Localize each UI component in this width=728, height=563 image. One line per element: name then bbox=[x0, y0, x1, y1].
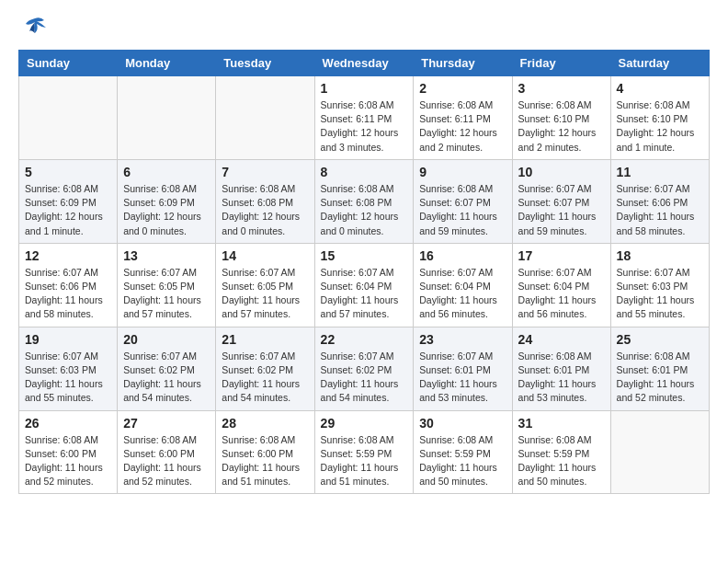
day-info: Sunrise: 6:08 AMSunset: 5:59 PMDaylight:… bbox=[419, 433, 506, 489]
calendar-cell: 28Sunrise: 6:08 AMSunset: 6:00 PMDayligh… bbox=[216, 410, 314, 494]
calendar-header-row: SundayMondayTuesdayWednesdayThursdayFrid… bbox=[19, 51, 710, 76]
calendar-cell: 14Sunrise: 6:07 AMSunset: 6:05 PMDayligh… bbox=[216, 243, 314, 327]
calendar-cell: 3Sunrise: 6:08 AMSunset: 6:10 PMDaylight… bbox=[512, 76, 610, 160]
day-number: 30 bbox=[419, 416, 506, 431]
day-info: Sunrise: 6:08 AMSunset: 6:09 PMDaylight:… bbox=[123, 182, 210, 238]
calendar-cell: 19Sunrise: 6:07 AMSunset: 6:03 PMDayligh… bbox=[19, 327, 118, 410]
calendar-cell: 2Sunrise: 6:08 AMSunset: 6:11 PMDaylight… bbox=[414, 76, 512, 160]
day-info: Sunrise: 6:08 AMSunset: 6:01 PMDaylight:… bbox=[617, 350, 703, 406]
day-info: Sunrise: 6:07 AMSunset: 6:03 PMDaylight:… bbox=[25, 350, 111, 406]
calendar-cell: 24Sunrise: 6:08 AMSunset: 6:01 PMDayligh… bbox=[512, 327, 610, 410]
day-number: 22 bbox=[321, 332, 408, 347]
day-info: Sunrise: 6:07 AMSunset: 6:04 PMDaylight:… bbox=[518, 266, 605, 322]
weekday-header-friday: Friday bbox=[512, 51, 610, 76]
calendar-cell: 10Sunrise: 6:07 AMSunset: 6:07 PMDayligh… bbox=[512, 159, 610, 243]
day-number: 28 bbox=[222, 416, 308, 431]
day-number: 24 bbox=[518, 332, 605, 347]
logo-bird-icon bbox=[18, 15, 48, 40]
day-info: Sunrise: 6:07 AMSunset: 6:07 PMDaylight:… bbox=[518, 182, 605, 238]
calendar-cell: 31Sunrise: 6:08 AMSunset: 5:59 PMDayligh… bbox=[512, 410, 610, 494]
day-info: Sunrise: 6:07 AMSunset: 6:06 PMDaylight:… bbox=[25, 266, 111, 322]
weekday-header-tuesday: Tuesday bbox=[216, 51, 314, 76]
calendar-cell bbox=[216, 76, 314, 160]
day-info: Sunrise: 6:08 AMSunset: 6:00 PMDaylight:… bbox=[25, 433, 111, 489]
calendar-cell: 8Sunrise: 6:08 AMSunset: 6:08 PMDaylight… bbox=[314, 159, 414, 243]
calendar-cell: 26Sunrise: 6:08 AMSunset: 6:00 PMDayligh… bbox=[19, 410, 118, 494]
calendar-cell: 7Sunrise: 6:08 AMSunset: 6:08 PMDaylight… bbox=[216, 159, 314, 243]
weekday-header-wednesday: Wednesday bbox=[314, 51, 414, 76]
day-number: 14 bbox=[222, 248, 308, 263]
calendar-cell: 11Sunrise: 6:07 AMSunset: 6:06 PMDayligh… bbox=[610, 159, 709, 243]
calendar-cell: 12Sunrise: 6:07 AMSunset: 6:06 PMDayligh… bbox=[19, 243, 118, 327]
day-info: Sunrise: 6:08 AMSunset: 6:11 PMDaylight:… bbox=[419, 98, 506, 155]
weekday-header-thursday: Thursday bbox=[414, 51, 512, 76]
day-info: Sunrise: 6:07 AMSunset: 6:06 PMDaylight:… bbox=[617, 182, 703, 238]
day-info: Sunrise: 6:08 AMSunset: 6:00 PMDaylight:… bbox=[222, 433, 308, 489]
calendar-cell: 18Sunrise: 6:07 AMSunset: 6:03 PMDayligh… bbox=[610, 243, 709, 327]
day-number: 8 bbox=[321, 165, 408, 179]
day-number: 25 bbox=[617, 332, 703, 347]
calendar-week-row: 19Sunrise: 6:07 AMSunset: 6:03 PMDayligh… bbox=[19, 327, 710, 410]
day-number: 29 bbox=[321, 416, 408, 431]
day-number: 2 bbox=[419, 81, 506, 96]
calendar-cell: 30Sunrise: 6:08 AMSunset: 5:59 PMDayligh… bbox=[414, 410, 512, 494]
calendar-cell: 5Sunrise: 6:08 AMSunset: 6:09 PMDaylight… bbox=[19, 159, 118, 243]
day-number: 23 bbox=[419, 332, 506, 347]
day-number: 4 bbox=[617, 81, 703, 96]
day-number: 17 bbox=[518, 248, 605, 263]
day-number: 16 bbox=[419, 248, 506, 263]
day-number: 18 bbox=[617, 248, 703, 263]
day-number: 20 bbox=[123, 332, 210, 347]
day-number: 6 bbox=[123, 165, 210, 179]
day-number: 19 bbox=[25, 332, 111, 347]
weekday-header-monday: Monday bbox=[118, 51, 216, 76]
calendar-cell: 20Sunrise: 6:07 AMSunset: 6:02 PMDayligh… bbox=[118, 327, 216, 410]
calendar-cell: 25Sunrise: 6:08 AMSunset: 6:01 PMDayligh… bbox=[610, 327, 709, 410]
calendar-cell: 9Sunrise: 6:08 AMSunset: 6:07 PMDaylight… bbox=[414, 159, 512, 243]
weekday-header-sunday: Sunday bbox=[19, 51, 118, 76]
day-info: Sunrise: 6:08 AMSunset: 6:09 PMDaylight:… bbox=[25, 182, 111, 238]
day-info: Sunrise: 6:07 AMSunset: 6:02 PMDaylight:… bbox=[123, 350, 210, 406]
day-info: Sunrise: 6:08 AMSunset: 6:07 PMDaylight:… bbox=[419, 182, 506, 238]
calendar-cell: 15Sunrise: 6:07 AMSunset: 6:04 PMDayligh… bbox=[314, 243, 414, 327]
logo bbox=[18, 15, 51, 40]
calendar-week-row: 26Sunrise: 6:08 AMSunset: 6:00 PMDayligh… bbox=[19, 410, 710, 494]
calendar-cell: 17Sunrise: 6:07 AMSunset: 6:04 PMDayligh… bbox=[512, 243, 610, 327]
day-number: 1 bbox=[321, 81, 408, 96]
day-number: 10 bbox=[518, 165, 605, 179]
calendar-cell: 29Sunrise: 6:08 AMSunset: 5:59 PMDayligh… bbox=[314, 410, 414, 494]
day-info: Sunrise: 6:08 AMSunset: 5:59 PMDaylight:… bbox=[321, 433, 408, 489]
day-info: Sunrise: 6:07 AMSunset: 6:02 PMDaylight:… bbox=[321, 350, 408, 406]
calendar-cell bbox=[118, 76, 216, 160]
day-info: Sunrise: 6:07 AMSunset: 6:04 PMDaylight:… bbox=[419, 266, 506, 322]
day-info: Sunrise: 6:08 AMSunset: 6:10 PMDaylight:… bbox=[518, 98, 605, 155]
day-info: Sunrise: 6:08 AMSunset: 6:00 PMDaylight:… bbox=[123, 433, 210, 489]
calendar-cell: 27Sunrise: 6:08 AMSunset: 6:00 PMDayligh… bbox=[118, 410, 216, 494]
day-number: 31 bbox=[518, 416, 605, 431]
day-info: Sunrise: 6:07 AMSunset: 6:04 PMDaylight:… bbox=[321, 266, 408, 322]
day-info: Sunrise: 6:07 AMSunset: 6:01 PMDaylight:… bbox=[419, 350, 506, 406]
day-info: Sunrise: 6:07 AMSunset: 6:05 PMDaylight:… bbox=[222, 266, 308, 322]
day-number: 9 bbox=[419, 165, 506, 179]
calendar-cell: 23Sunrise: 6:07 AMSunset: 6:01 PMDayligh… bbox=[414, 327, 512, 410]
calendar-week-row: 1Sunrise: 6:08 AMSunset: 6:11 PMDaylight… bbox=[19, 76, 710, 160]
day-info: Sunrise: 6:08 AMSunset: 6:08 PMDaylight:… bbox=[222, 182, 308, 238]
day-info: Sunrise: 6:07 AMSunset: 6:03 PMDaylight:… bbox=[617, 266, 703, 322]
header bbox=[18, 15, 710, 40]
day-number: 7 bbox=[222, 165, 308, 179]
calendar-cell bbox=[19, 76, 118, 160]
day-info: Sunrise: 6:07 AMSunset: 6:05 PMDaylight:… bbox=[123, 266, 210, 322]
day-info: Sunrise: 6:07 AMSunset: 6:02 PMDaylight:… bbox=[222, 350, 308, 406]
day-number: 11 bbox=[617, 165, 703, 179]
weekday-header-saturday: Saturday bbox=[610, 51, 709, 76]
day-number: 5 bbox=[25, 165, 111, 179]
day-number: 12 bbox=[25, 248, 111, 263]
day-info: Sunrise: 6:08 AMSunset: 6:08 PMDaylight:… bbox=[321, 182, 408, 238]
calendar-cell: 1Sunrise: 6:08 AMSunset: 6:11 PMDaylight… bbox=[314, 76, 414, 160]
day-info: Sunrise: 6:08 AMSunset: 5:59 PMDaylight:… bbox=[518, 433, 605, 489]
day-info: Sunrise: 6:08 AMSunset: 6:11 PMDaylight:… bbox=[321, 98, 408, 155]
day-number: 27 bbox=[123, 416, 210, 431]
day-number: 3 bbox=[518, 81, 605, 96]
calendar-week-row: 12Sunrise: 6:07 AMSunset: 6:06 PMDayligh… bbox=[19, 243, 710, 327]
calendar-week-row: 5Sunrise: 6:08 AMSunset: 6:09 PMDaylight… bbox=[19, 159, 710, 243]
